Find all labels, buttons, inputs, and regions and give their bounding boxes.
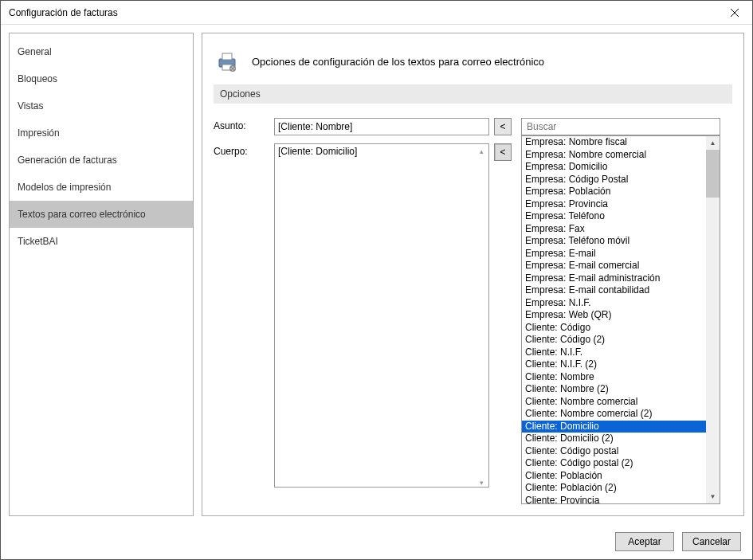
- asunto-input[interactable]: [274, 118, 489, 135]
- fieldlist-item[interactable]: Cliente: Código postal: [522, 445, 720, 458]
- cuerpo-label: Cuerpo:: [214, 143, 269, 157]
- fieldlist-item[interactable]: Cliente: Domicilio (2): [522, 433, 720, 445]
- cuerpo-scroll-down[interactable]: ▾: [475, 476, 488, 489]
- sidebar-item-textos-correo[interactable]: Textos para correo electrónico: [10, 201, 193, 228]
- workarea: Asunto: < Cuerpo: ▴ ▾ <: [214, 104, 732, 504]
- close-icon: [731, 9, 739, 17]
- fieldlist-scrollbar[interactable]: ▲ ▼: [706, 136, 720, 503]
- main-panel: Opciones de configuración de los textos …: [202, 33, 744, 516]
- sidebar-item-modelos[interactable]: Modelos de impresión: [10, 174, 193, 201]
- asunto-label: Asunto:: [214, 118, 269, 131]
- fieldlist-item[interactable]: Cliente: Código: [522, 322, 720, 335]
- fieldlist-item[interactable]: Empresa: E-mail comercial: [522, 260, 720, 272]
- fieldlist-item[interactable]: Empresa: Nombre fiscal: [522, 136, 720, 149]
- fieldlist-item[interactable]: Empresa: Teléfono móvil: [522, 235, 720, 248]
- accept-button[interactable]: Aceptar: [615, 532, 674, 551]
- fieldlist-item[interactable]: Cliente: Nombre comercial (2): [522, 408, 720, 421]
- main-header: Opciones de configuración de los textos …: [214, 45, 732, 80]
- fieldlist[interactable]: Empresa: Nombre fiscalEmpresa: Nombre co…: [521, 135, 720, 504]
- insert-asunto-button[interactable]: <: [494, 118, 512, 135]
- footer: Aceptar Cancelar: [1, 524, 752, 559]
- svg-rect-1: [222, 53, 232, 60]
- scroll-thumb[interactable]: [706, 150, 720, 198]
- insert-cuerpo-button[interactable]: <: [494, 143, 512, 161]
- sidebar-item-generacion[interactable]: Generación de facturas: [10, 147, 193, 174]
- sidebar-item-general[interactable]: General: [10, 38, 193, 65]
- fieldlist-item[interactable]: Cliente: N.I.F.: [522, 347, 720, 359]
- sidebar-item-bloqueos[interactable]: Bloqueos: [10, 65, 193, 92]
- cuerpo-row: Cuerpo: ▴ ▾ <: [214, 143, 512, 490]
- form-column: Asunto: < Cuerpo: ▴ ▾ <: [214, 118, 512, 504]
- fieldlist-item[interactable]: Cliente: Código postal (2): [522, 457, 720, 470]
- fieldlist-item[interactable]: Cliente: Nombre: [522, 371, 720, 384]
- fieldlist-item[interactable]: Empresa: E-mail contabilidad: [522, 284, 720, 297]
- main-title: Opciones de configuración de los textos …: [252, 56, 544, 68]
- titlebar: Configuración de facturas: [1, 1, 752, 25]
- section-label: Opciones: [214, 84, 732, 104]
- asunto-row: Asunto: <: [214, 118, 512, 135]
- cuerpo-input[interactable]: [274, 143, 489, 488]
- fieldlist-item[interactable]: Empresa: E-mail administración: [522, 272, 720, 285]
- fieldlist-item[interactable]: Empresa: Provincia: [522, 198, 720, 211]
- fieldlist-item[interactable]: Cliente: Provincia: [522, 495, 720, 504]
- fieldlist-column: Empresa: Nombre fiscalEmpresa: Nombre co…: [521, 118, 732, 504]
- fieldlist-item[interactable]: Empresa: Domicilio: [522, 161, 720, 174]
- fieldlist-item[interactable]: Cliente: Código (2): [522, 334, 720, 347]
- close-button[interactable]: [716, 1, 752, 24]
- scroll-up-icon[interactable]: ▲: [706, 136, 720, 150]
- fieldlist-item[interactable]: Cliente: Nombre comercial: [522, 396, 720, 409]
- fieldlist-item[interactable]: Empresa: N.I.F.: [522, 297, 720, 310]
- sidebar-item-impresion[interactable]: Impresión: [10, 119, 193, 147]
- fieldlist-item[interactable]: Empresa: Código Postal: [522, 174, 720, 186]
- dialog-window: Configuración de facturas General Bloque…: [0, 0, 753, 560]
- fieldlist-item[interactable]: Empresa: Teléfono: [522, 210, 720, 223]
- content-area: General Bloqueos Vistas Impresión Genera…: [1, 25, 752, 524]
- fieldlist-item[interactable]: Cliente: N.I.F. (2): [522, 358, 720, 371]
- sidebar-item-ticketbai[interactable]: TicketBAI: [10, 228, 193, 255]
- fieldlist-item[interactable]: Cliente: Domicilio: [522, 421, 720, 433]
- search-input[interactable]: [521, 118, 720, 135]
- fieldlist-item[interactable]: Cliente: Población (2): [522, 482, 720, 495]
- fieldlist-item[interactable]: Cliente: Población: [522, 470, 720, 483]
- cuerpo-wrap: ▴ ▾: [274, 143, 489, 490]
- printer-icon: [217, 51, 237, 72]
- cancel-button[interactable]: Cancelar: [682, 532, 741, 551]
- fieldlist-item[interactable]: Empresa: Fax: [522, 223, 720, 236]
- window-title: Configuración de facturas: [9, 7, 118, 18]
- fieldlist-item[interactable]: Empresa: Población: [522, 186, 720, 198]
- fieldlist-item[interactable]: Empresa: E-mail: [522, 248, 720, 260]
- fieldlist-item[interactable]: Cliente: Nombre (2): [522, 383, 720, 396]
- fieldlist-item[interactable]: Empresa: Nombre comercial: [522, 149, 720, 162]
- sidebar-item-vistas[interactable]: Vistas: [10, 92, 193, 119]
- cuerpo-scroll-up[interactable]: ▴: [475, 144, 488, 158]
- sidebar: General Bloqueos Vistas Impresión Genera…: [9, 33, 194, 516]
- fieldlist-item[interactable]: Empresa: Web (QR): [522, 309, 720, 322]
- scroll-down-icon[interactable]: ▼: [706, 490, 720, 503]
